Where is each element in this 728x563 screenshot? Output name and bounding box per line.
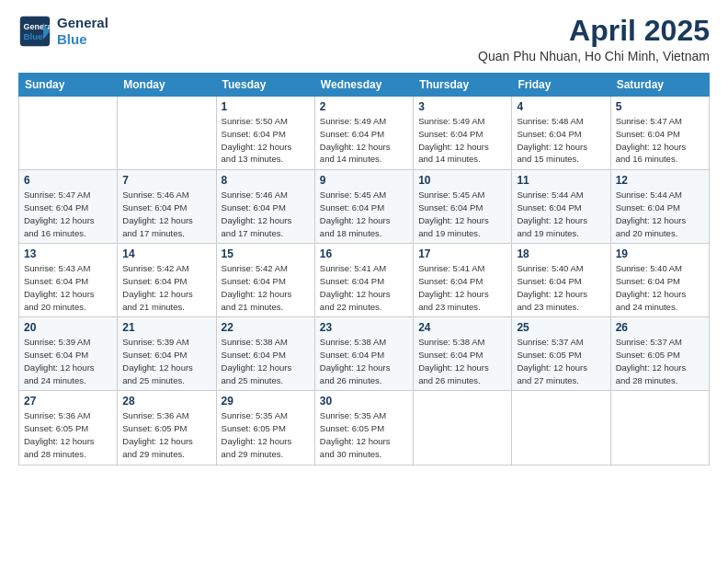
calendar-cell: 5Sunrise: 5:47 AM Sunset: 6:04 PM Daylig…	[610, 97, 709, 170]
day-number: 26	[616, 321, 704, 334]
weekday-header-tuesday: Tuesday	[216, 74, 314, 97]
calendar-cell: 28Sunrise: 5:36 AM Sunset: 6:05 PM Dayli…	[118, 391, 216, 465]
calendar-cell: 14Sunrise: 5:42 AM Sunset: 6:04 PM Dayli…	[118, 244, 216, 317]
day-info: Sunrise: 5:42 AM Sunset: 6:04 PM Dayligh…	[222, 262, 310, 313]
calendar-cell: 1Sunrise: 5:50 AM Sunset: 6:04 PM Daylig…	[216, 97, 314, 170]
calendar-cell: 7Sunrise: 5:46 AM Sunset: 6:04 PM Daylig…	[118, 170, 216, 244]
weekday-header-sunday: Sunday	[19, 74, 118, 97]
day-info: Sunrise: 5:35 AM Sunset: 6:05 PM Dayligh…	[222, 409, 310, 460]
day-info: Sunrise: 5:41 AM Sunset: 6:04 PM Dayligh…	[418, 262, 506, 313]
day-number: 20	[24, 321, 112, 334]
day-number: 4	[517, 100, 605, 113]
calendar-cell	[118, 97, 216, 170]
calendar-cell: 3Sunrise: 5:49 AM Sunset: 6:04 PM Daylig…	[414, 97, 512, 170]
day-number: 8	[222, 174, 310, 187]
svg-text:Blue: Blue	[23, 31, 43, 41]
day-number: 16	[320, 247, 408, 260]
day-info: Sunrise: 5:45 AM Sunset: 6:04 PM Dayligh…	[418, 189, 506, 239]
day-number: 21	[122, 321, 210, 334]
day-number: 27	[24, 395, 112, 408]
day-info: Sunrise: 5:38 AM Sunset: 6:04 PM Dayligh…	[418, 336, 506, 386]
weekday-header-thursday: Thursday	[414, 74, 512, 97]
calendar-cell: 25Sunrise: 5:37 AM Sunset: 6:05 PM Dayli…	[512, 317, 610, 391]
calendar-cell: 20Sunrise: 5:39 AM Sunset: 6:04 PM Dayli…	[19, 317, 118, 391]
title-block: April 2025 Quan Phu Nhuan, Ho Chi Minh, …	[478, 15, 710, 63]
day-info: Sunrise: 5:43 AM Sunset: 6:04 PM Dayligh…	[24, 262, 112, 313]
week-row-4: 20Sunrise: 5:39 AM Sunset: 6:04 PM Dayli…	[19, 317, 710, 391]
day-info: Sunrise: 5:46 AM Sunset: 6:04 PM Dayligh…	[222, 189, 310, 239]
day-info: Sunrise: 5:39 AM Sunset: 6:04 PM Dayligh…	[24, 336, 112, 386]
day-number: 1	[222, 100, 310, 113]
day-info: Sunrise: 5:44 AM Sunset: 6:04 PM Dayligh…	[616, 189, 704, 239]
calendar-cell: 26Sunrise: 5:37 AM Sunset: 6:05 PM Dayli…	[610, 317, 709, 391]
day-number: 11	[517, 174, 605, 187]
calendar-cell: 17Sunrise: 5:41 AM Sunset: 6:04 PM Dayli…	[414, 244, 512, 317]
calendar-cell: 24Sunrise: 5:38 AM Sunset: 6:04 PM Dayli…	[414, 317, 512, 391]
logo-icon: General Blue	[18, 15, 51, 48]
calendar-cell: 22Sunrise: 5:38 AM Sunset: 6:04 PM Dayli…	[216, 317, 314, 391]
week-row-5: 27Sunrise: 5:36 AM Sunset: 6:05 PM Dayli…	[19, 391, 710, 465]
day-info: Sunrise: 5:37 AM Sunset: 6:05 PM Dayligh…	[616, 336, 704, 386]
day-info: Sunrise: 5:50 AM Sunset: 6:04 PM Dayligh…	[222, 115, 310, 166]
day-info: Sunrise: 5:40 AM Sunset: 6:04 PM Dayligh…	[517, 262, 605, 313]
calendar-cell: 19Sunrise: 5:40 AM Sunset: 6:04 PM Dayli…	[610, 244, 709, 317]
day-number: 3	[418, 100, 506, 113]
calendar-header: SundayMondayTuesdayWednesdayThursdayFrid…	[19, 74, 710, 97]
calendar-cell: 18Sunrise: 5:40 AM Sunset: 6:04 PM Dayli…	[512, 244, 610, 317]
day-info: Sunrise: 5:38 AM Sunset: 6:04 PM Dayligh…	[222, 336, 310, 386]
day-number: 6	[24, 174, 112, 187]
day-info: Sunrise: 5:44 AM Sunset: 6:04 PM Dayligh…	[517, 189, 605, 239]
weekday-row: SundayMondayTuesdayWednesdayThursdayFrid…	[19, 74, 710, 97]
day-number: 15	[222, 247, 310, 260]
day-info: Sunrise: 5:48 AM Sunset: 6:04 PM Dayligh…	[517, 115, 605, 166]
calendar-cell: 10Sunrise: 5:45 AM Sunset: 6:04 PM Dayli…	[414, 170, 512, 244]
calendar-cell	[512, 391, 610, 465]
calendar-cell	[19, 97, 118, 170]
header: General Blue General Blue April 2025 Qua…	[18, 15, 710, 63]
calendar-table: SundayMondayTuesdayWednesdayThursdayFrid…	[18, 73, 710, 465]
calendar-cell: 27Sunrise: 5:36 AM Sunset: 6:05 PM Dayli…	[19, 391, 118, 465]
calendar-cell: 29Sunrise: 5:35 AM Sunset: 6:05 PM Dayli…	[216, 391, 314, 465]
weekday-header-saturday: Saturday	[610, 74, 709, 97]
week-row-3: 13Sunrise: 5:43 AM Sunset: 6:04 PM Dayli…	[19, 244, 710, 317]
day-info: Sunrise: 5:35 AM Sunset: 6:05 PM Dayligh…	[320, 409, 408, 460]
week-row-2: 6Sunrise: 5:47 AM Sunset: 6:04 PM Daylig…	[19, 170, 710, 244]
calendar-cell: 30Sunrise: 5:35 AM Sunset: 6:05 PM Dayli…	[314, 391, 413, 465]
day-number: 13	[24, 247, 112, 260]
day-number: 25	[517, 321, 605, 334]
day-number: 2	[320, 100, 408, 113]
weekday-header-monday: Monday	[118, 74, 216, 97]
calendar-cell: 9Sunrise: 5:45 AM Sunset: 6:04 PM Daylig…	[314, 170, 413, 244]
calendar-cell: 13Sunrise: 5:43 AM Sunset: 6:04 PM Dayli…	[19, 244, 118, 317]
calendar-cell: 16Sunrise: 5:41 AM Sunset: 6:04 PM Dayli…	[314, 244, 413, 317]
calendar-cell: 2Sunrise: 5:49 AM Sunset: 6:04 PM Daylig…	[314, 97, 413, 170]
calendar-body: 1Sunrise: 5:50 AM Sunset: 6:04 PM Daylig…	[19, 97, 710, 465]
calendar-cell: 23Sunrise: 5:38 AM Sunset: 6:04 PM Dayli…	[314, 317, 413, 391]
calendar-cell: 6Sunrise: 5:47 AM Sunset: 6:04 PM Daylig…	[19, 170, 118, 244]
logo: General Blue General Blue	[18, 15, 108, 48]
day-number: 10	[418, 174, 506, 187]
calendar-cell: 12Sunrise: 5:44 AM Sunset: 6:04 PM Dayli…	[610, 170, 709, 244]
day-number: 24	[418, 321, 506, 334]
day-number: 18	[517, 247, 605, 260]
day-info: Sunrise: 5:49 AM Sunset: 6:04 PM Dayligh…	[320, 115, 408, 166]
day-info: Sunrise: 5:37 AM Sunset: 6:05 PM Dayligh…	[517, 336, 605, 386]
day-number: 30	[320, 395, 408, 408]
calendar-cell: 4Sunrise: 5:48 AM Sunset: 6:04 PM Daylig…	[512, 97, 610, 170]
day-info: Sunrise: 5:47 AM Sunset: 6:04 PM Dayligh…	[24, 189, 112, 239]
day-info: Sunrise: 5:46 AM Sunset: 6:04 PM Dayligh…	[122, 189, 210, 239]
day-number: 12	[616, 174, 704, 187]
calendar-cell	[414, 391, 512, 465]
month-title: April 2025	[478, 15, 710, 47]
day-number: 23	[320, 321, 408, 334]
week-row-1: 1Sunrise: 5:50 AM Sunset: 6:04 PM Daylig…	[19, 97, 710, 170]
day-info: Sunrise: 5:39 AM Sunset: 6:04 PM Dayligh…	[122, 336, 210, 386]
calendar-cell: 15Sunrise: 5:42 AM Sunset: 6:04 PM Dayli…	[216, 244, 314, 317]
day-number: 14	[122, 247, 210, 260]
day-number: 7	[122, 174, 210, 187]
day-info: Sunrise: 5:36 AM Sunset: 6:05 PM Dayligh…	[24, 409, 112, 460]
day-info: Sunrise: 5:36 AM Sunset: 6:05 PM Dayligh…	[122, 409, 210, 460]
calendar-cell: 21Sunrise: 5:39 AM Sunset: 6:04 PM Dayli…	[118, 317, 216, 391]
weekday-header-friday: Friday	[512, 74, 610, 97]
calendar-cell	[610, 391, 709, 465]
